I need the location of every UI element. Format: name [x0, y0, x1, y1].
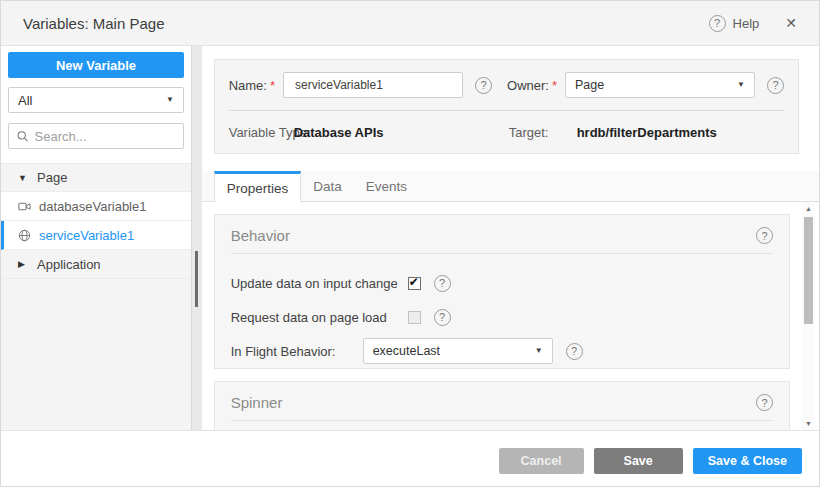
update-data-help-icon[interactable]: ?: [434, 275, 451, 292]
owner-help-icon[interactable]: ?: [767, 77, 784, 94]
spinner-section: Spinner ?: [214, 381, 790, 430]
spinner-title: Spinner: [231, 394, 283, 411]
dialog-header: Variables: Main Page ? Help ✕: [1, 1, 819, 46]
tab-bar: Properties Data Events: [202, 171, 819, 202]
type-target-row: Variable Type: Database APIs Target: hrd…: [215, 111, 798, 153]
search-box[interactable]: [8, 123, 184, 149]
check-icon: ✔: [409, 275, 419, 289]
in-flight-selected-value: executeLast: [373, 344, 440, 358]
behavior-title: Behavior: [231, 227, 290, 244]
dialog-footer: Cancel Save Save & Close: [1, 431, 819, 487]
cancel-button[interactable]: Cancel: [499, 448, 584, 474]
request-data-checkbox[interactable]: [408, 311, 421, 324]
tree-item-database-variable[interactable]: databaseVariable1: [1, 192, 191, 221]
owner-selected-value: Page: [575, 78, 604, 92]
section-divider: [231, 253, 773, 254]
service-variable-icon: [18, 229, 31, 242]
sidebar-scrollbar-thumb[interactable]: [195, 251, 198, 307]
variable-summary-panel: Name:* ? Owner:* Page ▼ ? Variable Type:…: [214, 59, 799, 154]
help-label[interactable]: Help: [733, 16, 760, 31]
scrollbar-thumb[interactable]: [804, 217, 813, 324]
sidebar-controls: New Variable All ▼: [1, 46, 191, 149]
update-data-label: Update data on input change: [231, 276, 408, 291]
in-flight-row: In Flight Behavior: executeLast ▼ ?: [215, 334, 789, 368]
update-data-row: Update data on input change ✔ ?: [215, 266, 789, 300]
close-icon[interactable]: ✕: [785, 15, 797, 31]
save-button[interactable]: Save: [594, 448, 683, 474]
tree-item-label: serviceVariable1: [39, 228, 134, 243]
search-icon: [17, 130, 29, 143]
tree-item-service-variable[interactable]: serviceVariable1: [1, 221, 191, 250]
main-panel: Name:* ? Owner:* Page ▼ ? Variable Type:…: [202, 46, 819, 430]
tree-item-application[interactable]: ▶ Application: [1, 250, 191, 279]
required-marker: *: [270, 78, 275, 93]
name-help-icon[interactable]: ?: [475, 77, 492, 94]
sidebar-scrollbar[interactable]: [192, 46, 202, 430]
behavior-header: Behavior ?: [215, 215, 789, 253]
search-input[interactable]: [35, 129, 175, 144]
owner-select[interactable]: Page ▼: [565, 72, 755, 98]
behavior-section: Behavior ? Update data on input change ✔…: [214, 214, 790, 369]
variables-dialog: Variables: Main Page ? Help ✕ New Variab…: [0, 0, 820, 487]
tab-data[interactable]: Data: [301, 171, 354, 201]
tree-empty-area: [1, 279, 191, 430]
scroll-down-icon[interactable]: ▼: [802, 420, 815, 427]
properties-scrollbar[interactable]: ▲ ▼: [802, 202, 815, 430]
chevron-down-icon: ▼: [737, 81, 745, 89]
scroll-up-icon[interactable]: ▲: [802, 205, 815, 212]
section-divider: [231, 420, 773, 421]
in-flight-help-icon[interactable]: ?: [566, 343, 583, 360]
target-value: hrdb/filterDepartments: [577, 125, 717, 140]
spinner-help-icon[interactable]: ?: [756, 394, 773, 411]
caret-down-icon: ▼: [18, 173, 29, 183]
tree-item-label: Page: [37, 170, 67, 185]
request-data-label: Request data on page load: [231, 310, 408, 325]
variable-tree: ▼ Page databaseVariable1: [1, 163, 191, 430]
tree-item-label: Application: [37, 257, 101, 272]
request-data-help-icon[interactable]: ?: [434, 309, 451, 326]
properties-scroll-area: Behavior ? Update data on input change ✔…: [202, 202, 819, 430]
filter-selected-value: All: [18, 93, 32, 108]
sidebar: New Variable All ▼ ▼ Page: [1, 46, 192, 430]
update-data-checkbox[interactable]: ✔: [408, 277, 421, 290]
owner-label: Owner:*: [507, 78, 557, 93]
name-label: Name:*: [229, 78, 275, 93]
required-marker: *: [552, 78, 557, 93]
tree-item-page[interactable]: ▼ Page: [1, 163, 191, 192]
chevron-down-icon: ▼: [535, 347, 543, 355]
tab-events[interactable]: Events: [354, 171, 419, 201]
variable-filter-select[interactable]: All ▼: [8, 87, 184, 113]
help-icon[interactable]: ?: [709, 15, 726, 32]
tab-properties[interactable]: Properties: [214, 171, 302, 202]
name-owner-row: Name:* ? Owner:* Page ▼ ?: [215, 60, 798, 110]
name-input[interactable]: [283, 72, 463, 98]
in-flight-label: In Flight Behavior:: [231, 344, 363, 359]
behavior-help-icon[interactable]: ?: [756, 227, 773, 244]
in-flight-behavior-select[interactable]: executeLast ▼: [363, 338, 553, 364]
dialog-body: New Variable All ▼ ▼ Page: [1, 46, 819, 431]
target-label: Target:: [509, 125, 549, 140]
variable-type-value: Database APIs: [294, 125, 384, 140]
new-variable-button[interactable]: New Variable: [8, 52, 184, 78]
dialog-title: Variables: Main Page: [23, 15, 709, 32]
request-data-row: Request data on page load ?: [215, 300, 789, 334]
database-variable-icon: [18, 200, 31, 213]
spinner-header: Spinner ?: [215, 382, 789, 420]
chevron-down-icon: ▼: [166, 96, 174, 104]
save-close-button[interactable]: Save & Close: [693, 448, 802, 474]
tree-item-label: databaseVariable1: [39, 199, 146, 214]
caret-right-icon: ▶: [18, 259, 29, 269]
